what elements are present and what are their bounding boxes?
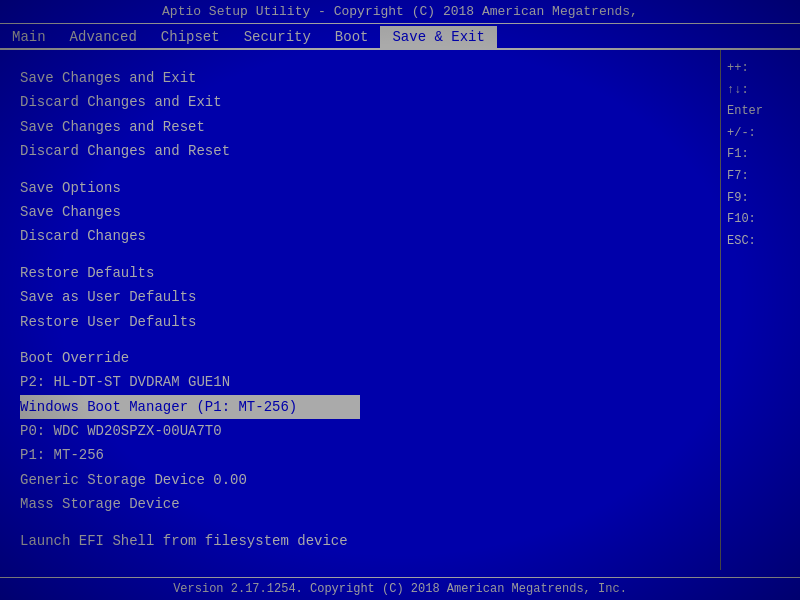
menu-line-4-0: Launch EFI Shell from filesystem device [20,529,700,553]
menu-line-3-2[interactable]: Windows Boot Manager (P1: MT-256) [20,395,360,419]
menu-item-boot[interactable]: Boot [323,26,381,48]
menu-line-0-3: Discard Changes and Reset [20,139,700,163]
menu-line-1-0: Save Options [20,176,700,200]
menu-line-2-1: Save as User Defaults [20,285,700,309]
title-text: Aptio Setup Utility - Copyright (C) 2018… [162,4,638,19]
right-key-3: +/-: [727,123,794,145]
menu-section-2: Restore DefaultsSave as User DefaultsRes… [20,261,700,334]
right-key-0: ++: [727,58,794,80]
right-panel: ++:↑↓:Enter+/-:F1:F7:F9:F10:ESC: [720,50,800,570]
right-key-6: F9: [727,188,794,210]
menu-line-0-1: Discard Changes and Exit [20,90,700,114]
menu-line-3-4: P1: MT-256 [20,443,700,467]
title-bar: Aptio Setup Utility - Copyright (C) 2018… [0,0,800,24]
menu-line-1-2: Discard Changes [20,224,700,248]
menu-item-security[interactable]: Security [232,26,323,48]
menu-line-2-2: Restore User Defaults [20,310,700,334]
footer: Version 2.17.1254. Copyright (C) 2018 Am… [0,577,800,600]
menu-bar: MainAdvancedChipsetSecurityBootSave & Ex… [0,24,800,50]
menu-line-3-1: P2: HL-DT-ST DVDRAM GUE1N [20,370,700,394]
menu-line-3-3: P0: WDC WD20SPZX-00UA7T0 [20,419,700,443]
right-key-5: F7: [727,166,794,188]
main-content: Save Changes and ExitDiscard Changes and… [0,50,800,570]
right-key-8: ESC: [727,231,794,253]
menu-line-3-6: Mass Storage Device [20,492,700,516]
menu-section-3: Boot OverrideP2: HL-DT-ST DVDRAM GUE1NWi… [20,346,700,517]
menu-line-0-0: Save Changes and Exit [20,66,700,90]
menu-section-0: Save Changes and ExitDiscard Changes and… [20,66,700,164]
right-key-2: Enter [727,101,794,123]
menu-item-main[interactable]: Main [0,26,58,48]
menu-line-3-5: Generic Storage Device 0.00 [20,468,700,492]
menu-item-save-&-exit[interactable]: Save & Exit [380,26,496,48]
menu-item-chipset[interactable]: Chipset [149,26,232,48]
menu-line-3-0: Boot Override [20,346,700,370]
left-panel: Save Changes and ExitDiscard Changes and… [0,50,720,570]
menu-section-4: Launch EFI Shell from filesystem device [20,529,700,553]
menu-line-0-2: Save Changes and Reset [20,115,700,139]
right-key-1: ↑↓: [727,80,794,102]
menu-line-1-1: Save Changes [20,200,700,224]
menu-line-2-0: Restore Defaults [20,261,700,285]
footer-text: Version 2.17.1254. Copyright (C) 2018 Am… [173,582,627,596]
menu-item-advanced[interactable]: Advanced [58,26,149,48]
right-key-7: F10: [727,209,794,231]
right-key-4: F1: [727,144,794,166]
menu-section-1: Save OptionsSave ChangesDiscard Changes [20,176,700,249]
